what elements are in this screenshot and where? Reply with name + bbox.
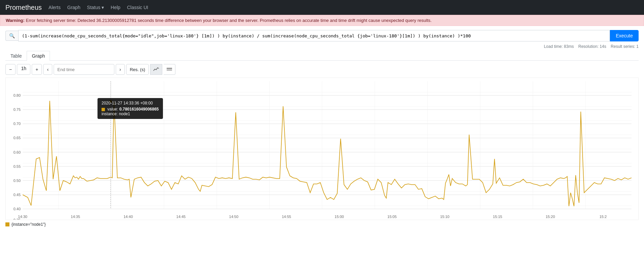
svg-text:0.80: 0.80	[13, 93, 21, 97]
svg-rect-1	[167, 69, 172, 71]
svg-text:0.65: 0.65	[13, 136, 21, 140]
resolution: Resolution: 14s	[578, 44, 606, 49]
svg-text:14:45: 14:45	[176, 215, 186, 219]
nav-alerts[interactable]: Alerts	[49, 5, 61, 10]
nav-status[interactable]: Status ▾	[87, 5, 104, 10]
tabs: Table Graph	[5, 51, 639, 61]
execute-button[interactable]: Execute	[610, 30, 639, 41]
svg-text:0.75: 0.75	[13, 107, 21, 112]
tab-table[interactable]: Table	[5, 51, 27, 61]
svg-text:14:40: 14:40	[123, 215, 133, 219]
brand-logo[interactable]: Prometheus	[5, 4, 42, 11]
nav-help[interactable]: Help	[111, 5, 120, 10]
chart-container: 0.80 0.75 0.70 0.65 0.60 0.55 0.50	[5, 78, 639, 220]
prev-time-button[interactable]: ‹	[43, 64, 52, 75]
tab-graph[interactable]: Graph	[27, 51, 50, 61]
svg-text:15:00: 15:00	[335, 215, 344, 219]
main-content: 🔍 Execute Load time: 83ms Resolution: 14…	[0, 26, 644, 231]
stacked-chart-button[interactable]	[164, 64, 175, 75]
warning-bar: Warning: Error fetching server time: Det…	[0, 15, 644, 26]
duration-minus-button[interactable]: −	[5, 64, 16, 75]
line-chart-button[interactable]	[150, 64, 162, 75]
svg-text:15:15: 15:15	[493, 215, 502, 219]
search-input[interactable]	[18, 30, 610, 41]
svg-text:0.45: 0.45	[13, 193, 21, 197]
svg-text:15:05: 15:05	[387, 215, 397, 219]
result-series: Result series: 1	[611, 44, 639, 49]
controls-row: − 1h + ‹ › Res. (s)	[5, 64, 639, 75]
header: Prometheus Alerts Graph Status ▾ Help Cl…	[0, 0, 644, 15]
search-row: 🔍 Execute	[5, 30, 639, 41]
svg-text:14:55: 14:55	[282, 215, 291, 219]
search-icon-button[interactable]: 🔍	[5, 31, 18, 41]
svg-rect-3	[23, 81, 632, 209]
svg-text:14:30: 14:30	[18, 215, 27, 219]
svg-text:14:35: 14:35	[71, 215, 80, 219]
duration-plus-button[interactable]: +	[32, 64, 42, 75]
warning-message: Error fetching server time: Detected 36.…	[26, 18, 431, 23]
svg-rect-0	[167, 68, 172, 69]
end-time-input[interactable]	[54, 64, 114, 75]
svg-text:0.60: 0.60	[13, 150, 21, 154]
stacked-chart-icon	[166, 66, 172, 72]
svg-text:14:50: 14:50	[229, 215, 239, 219]
nav: Alerts Graph Status ▾ Help Classic UI	[49, 5, 154, 10]
svg-text:15:20: 15:20	[545, 215, 555, 219]
svg-text:0.40: 0.40	[13, 207, 21, 211]
svg-text:0.50: 0.50	[13, 179, 21, 183]
load-time: Load time: 83ms	[544, 44, 574, 49]
chart-wrapper: 0.80 0.75 0.70 0.65 0.60 0.55 0.50	[5, 78, 639, 227]
svg-text:15:10: 15:10	[440, 215, 450, 219]
warning-label: Warning:	[6, 18, 25, 23]
svg-text:0.55: 0.55	[13, 164, 21, 168]
svg-text:0.70: 0.70	[13, 122, 21, 126]
legend-row: {instance="node1"}	[5, 222, 639, 227]
main-chart-svg[interactable]: 0.80 0.75 0.70 0.65 0.60 0.55 0.50	[6, 78, 638, 220]
duration-display: 1h	[17, 64, 30, 75]
meta-row: Load time: 83ms Resolution: 14s Result s…	[5, 44, 639, 49]
svg-text:15:2: 15:2	[599, 215, 607, 219]
nav-graph[interactable]: Graph	[67, 5, 80, 10]
line-chart-icon	[153, 66, 159, 72]
legend-label[interactable]: {instance="node1"}	[11, 222, 46, 227]
svg-point-36	[109, 100, 112, 103]
next-time-button[interactable]: ›	[116, 64, 125, 75]
legend-color	[5, 222, 9, 226]
resolution-button[interactable]: Res. (s)	[126, 64, 149, 75]
nav-classic-ui[interactable]: Classic UI	[127, 5, 148, 10]
